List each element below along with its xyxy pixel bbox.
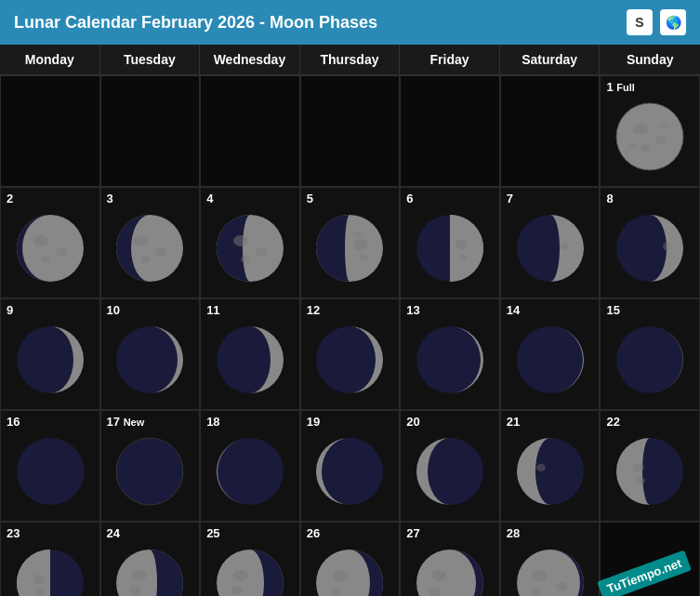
svg-point-14	[140, 256, 150, 263]
cal-cell-15: 15	[600, 298, 700, 410]
day-thursday: Thursday	[300, 45, 401, 74]
moon-21	[513, 434, 588, 509]
moon-22	[613, 434, 687, 509]
date-1: 1 Full	[601, 80, 634, 94]
cal-cell-3: 3	[100, 187, 201, 298]
svg-point-4	[641, 144, 650, 152]
svg-point-16	[233, 235, 248, 246]
date-2: 2	[1, 192, 13, 205]
svg-point-25	[459, 255, 467, 260]
date-8: 8	[601, 192, 613, 205]
svg-point-63	[517, 550, 584, 596]
moon-28	[513, 546, 588, 596]
svg-point-61	[431, 570, 446, 581]
day-saturday: Saturday	[500, 45, 601, 74]
date-17: 17 New	[101, 415, 145, 429]
date-14: 14	[501, 303, 520, 317]
cal-cell-26: 26	[300, 522, 401, 596]
moon-23	[13, 546, 87, 596]
cal-cell-empty	[300, 75, 401, 187]
date-16: 16	[1, 415, 20, 429]
cal-cell-27: 27	[400, 522, 500, 596]
date-22: 22	[601, 415, 619, 429]
moon-3	[112, 211, 187, 285]
cal-cell-2: 2	[0, 187, 100, 298]
svg-point-56	[231, 586, 243, 595]
date-6: 6	[401, 192, 413, 205]
svg-point-49	[33, 575, 45, 584]
moon-16	[13, 434, 87, 509]
svg-point-8	[33, 235, 48, 246]
globe-icon[interactable]: 🌎	[660, 9, 686, 35]
date-20: 20	[401, 415, 419, 429]
moon-1	[613, 99, 687, 174]
date-4: 4	[201, 192, 213, 205]
svg-point-20	[353, 239, 368, 250]
cal-cell-empty	[400, 75, 500, 187]
cal-cell-13: 13	[400, 298, 500, 410]
cal-cell-4: 4	[200, 187, 300, 298]
date-9: 9	[1, 303, 13, 317]
date-27: 27	[401, 526, 419, 540]
cal-cell-20: 20	[400, 410, 500, 522]
cal-cell-empty	[100, 75, 201, 187]
s-icon[interactable]: S	[627, 9, 653, 35]
date-19: 19	[301, 415, 320, 429]
date-25: 25	[201, 526, 219, 540]
svg-point-46	[633, 463, 644, 472]
moon-27	[413, 546, 487, 596]
svg-point-13	[155, 247, 166, 257]
svg-point-9	[56, 247, 67, 257]
moon-7	[513, 211, 588, 285]
cal-cell-18: 18	[200, 410, 300, 522]
svg-point-3	[655, 136, 667, 145]
cal-cell-empty	[0, 75, 100, 187]
moon-24	[112, 546, 187, 596]
svg-point-64	[532, 570, 547, 581]
moon-11	[213, 323, 287, 397]
svg-point-55	[233, 570, 248, 581]
day-wednesday: Wednesday	[200, 45, 300, 74]
svg-point-50	[36, 589, 46, 596]
svg-point-60	[416, 550, 483, 596]
moon-5	[312, 211, 387, 285]
date-3: 3	[101, 192, 113, 205]
cal-cell-11: 11	[200, 298, 300, 410]
cal-cell-16: 16	[0, 410, 100, 522]
date-15: 15	[601, 303, 619, 317]
day-friday: Friday	[400, 45, 500, 74]
svg-point-22	[353, 232, 361, 237]
moon-2	[13, 211, 87, 285]
date-23: 23	[1, 526, 20, 540]
svg-point-17	[256, 247, 267, 257]
cal-cell-24: 24	[100, 522, 201, 596]
cal-cell-12: 12	[300, 298, 401, 410]
svg-point-10	[41, 256, 50, 263]
moon-4	[213, 211, 287, 285]
cal-cell-5: 5	[300, 187, 401, 298]
cal-cell-28: 28	[500, 522, 601, 596]
date-10: 10	[101, 303, 120, 317]
svg-point-53	[130, 586, 141, 595]
header-icons: S 🌎	[627, 9, 686, 35]
calendar-header: Lunar Calendar February 2026 - Moon Phas…	[0, 0, 700, 45]
svg-point-27	[560, 243, 569, 250]
cal-cell-6: 6	[400, 187, 500, 298]
date-21: 21	[501, 415, 520, 429]
cal-cell-empty	[500, 75, 601, 187]
date-18: 18	[201, 415, 219, 429]
cal-cell-21: 21	[500, 410, 601, 522]
date-5: 5	[301, 192, 313, 205]
calendar-grid: 1 Full 2	[0, 75, 700, 596]
svg-point-37	[17, 438, 84, 505]
cal-cell-10: 10	[100, 298, 201, 410]
cal-cell-14: 14	[500, 298, 601, 410]
svg-point-6	[659, 122, 668, 129]
svg-point-52	[131, 570, 146, 581]
header-title: Lunar Calendar February 2026 - Moon Phas…	[14, 13, 377, 33]
cal-cell-22: 22	[600, 410, 700, 522]
svg-point-47	[636, 477, 645, 484]
date-12: 12	[301, 303, 320, 317]
moon-6	[413, 211, 487, 285]
svg-point-36	[616, 326, 683, 393]
